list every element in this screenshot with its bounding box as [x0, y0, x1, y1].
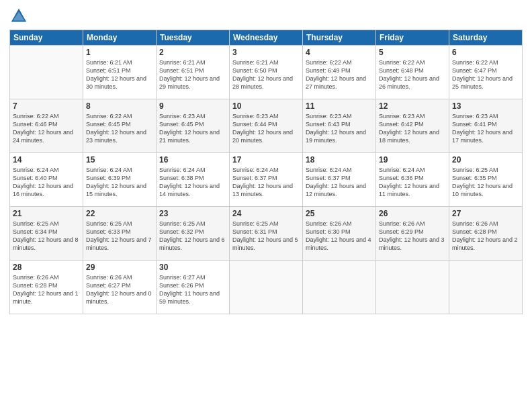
sunrise-text: Sunrise: 6:21 AM: [232, 58, 300, 66]
weekday-header-wednesday: Wednesday: [230, 30, 303, 46]
day-info: Sunrise: 6:25 AMSunset: 6:31 PMDaylight:…: [232, 220, 300, 253]
sunrise-text: Sunrise: 6:26 AM: [379, 220, 446, 228]
sunrise-text: Sunrise: 6:22 AM: [306, 58, 373, 66]
day-number: 27: [452, 209, 519, 218]
day-number: 18: [306, 155, 373, 165]
sunrise-text: Sunrise: 6:25 AM: [13, 220, 80, 228]
daylight-text: Daylight: 12 hours and 4 minutes.: [306, 236, 373, 252]
day-info: Sunrise: 6:21 AMSunset: 6:50 PMDaylight:…: [232, 58, 300, 91]
calendar-cell: 3Sunrise: 6:21 AMSunset: 6:50 PMDaylight…: [230, 46, 303, 99]
calendar-cell: 20Sunrise: 6:25 AMSunset: 6:35 PMDayligh…: [449, 153, 523, 207]
day-info: Sunrise: 6:26 AMSunset: 6:28 PMDaylight:…: [13, 273, 80, 306]
calendar-cell: 29Sunrise: 6:26 AMSunset: 6:27 PMDayligh…: [83, 261, 157, 314]
day-info: Sunrise: 6:23 AMSunset: 6:41 PMDaylight:…: [452, 112, 519, 145]
calendar-cell: [10, 46, 83, 99]
calendar-cell: 21Sunrise: 6:25 AMSunset: 6:34 PMDayligh…: [10, 207, 83, 261]
sunrise-text: Sunrise: 6:24 AM: [13, 166, 80, 174]
weekday-header-monday: Monday: [83, 30, 157, 46]
daylight-text: Daylight: 12 hours and 23 minutes.: [86, 128, 153, 144]
day-number: 4: [306, 48, 373, 57]
calendar-cell: 17Sunrise: 6:24 AMSunset: 6:37 PMDayligh…: [230, 153, 303, 207]
sunset-text: Sunset: 6:47 PM: [452, 66, 519, 75]
sunset-text: Sunset: 6:37 PM: [306, 174, 373, 182]
sunrise-text: Sunrise: 6:23 AM: [306, 112, 373, 120]
calendar-cell: 9Sunrise: 6:23 AMSunset: 6:45 PMDaylight…: [157, 99, 230, 153]
day-number: 9: [159, 101, 226, 111]
day-number: 14: [13, 155, 80, 165]
sunrise-text: Sunrise: 6:25 AM: [86, 220, 153, 228]
sunrise-text: Sunrise: 6:26 AM: [452, 220, 519, 228]
calendar-cell: 24Sunrise: 6:25 AMSunset: 6:31 PMDayligh…: [230, 207, 303, 261]
day-number: 6: [452, 48, 519, 57]
day-info: Sunrise: 6:22 AMSunset: 6:49 PMDaylight:…: [306, 58, 373, 91]
day-number: 12: [379, 101, 446, 111]
calendar-table: SundayMondayTuesdayWednesdayThursdayFrid…: [9, 30, 523, 314]
sunset-text: Sunset: 6:31 PM: [232, 228, 300, 236]
daylight-text: Daylight: 12 hours and 15 minutes.: [86, 182, 153, 198]
sunset-text: Sunset: 6:28 PM: [452, 228, 519, 236]
day-info: Sunrise: 6:26 AMSunset: 6:27 PMDaylight:…: [86, 273, 153, 306]
day-number: 28: [13, 263, 80, 272]
day-number: 16: [159, 155, 226, 165]
weekday-header-row: SundayMondayTuesdayWednesdayThursdayFrid…: [10, 30, 523, 46]
sunrise-text: Sunrise: 6:22 AM: [452, 58, 519, 66]
sunset-text: Sunset: 6:46 PM: [13, 120, 80, 128]
daylight-text: Daylight: 12 hours and 6 minutes.: [159, 236, 226, 252]
calendar-cell: [449, 261, 523, 314]
day-number: 21: [13, 209, 80, 218]
day-info: Sunrise: 6:25 AMSunset: 6:32 PMDaylight:…: [159, 220, 226, 253]
calendar-cell: 18Sunrise: 6:24 AMSunset: 6:37 PMDayligh…: [303, 153, 376, 207]
weekday-header-saturday: Saturday: [449, 30, 523, 46]
day-number: 29: [86, 263, 153, 272]
daylight-text: Daylight: 12 hours and 5 minutes.: [232, 236, 300, 252]
daylight-text: Daylight: 12 hours and 7 minutes.: [86, 236, 153, 252]
sunset-text: Sunset: 6:43 PM: [306, 120, 373, 128]
sunset-text: Sunset: 6:48 PM: [379, 66, 446, 75]
calendar-cell: 27Sunrise: 6:26 AMSunset: 6:28 PMDayligh…: [449, 207, 523, 261]
calendar-week-row: 14Sunrise: 6:24 AMSunset: 6:40 PMDayligh…: [10, 153, 523, 207]
sunset-text: Sunset: 6:34 PM: [13, 228, 80, 236]
sunset-text: Sunset: 6:26 PM: [159, 281, 226, 289]
calendar-cell: 25Sunrise: 6:26 AMSunset: 6:30 PMDayligh…: [303, 207, 376, 261]
sunset-text: Sunset: 6:44 PM: [232, 120, 300, 128]
sunrise-text: Sunrise: 6:21 AM: [159, 58, 226, 66]
daylight-text: Daylight: 11 hours and 59 minutes.: [159, 289, 226, 306]
sunrise-text: Sunrise: 6:25 AM: [159, 220, 226, 228]
day-info: Sunrise: 6:25 AMSunset: 6:34 PMDaylight:…: [13, 220, 80, 253]
sunset-text: Sunset: 6:36 PM: [379, 174, 446, 182]
sunrise-text: Sunrise: 6:24 AM: [232, 166, 300, 174]
calendar-cell: 7Sunrise: 6:22 AMSunset: 6:46 PMDaylight…: [10, 99, 83, 153]
sunrise-text: Sunrise: 6:25 AM: [232, 220, 300, 228]
day-number: 15: [86, 155, 153, 165]
day-number: 13: [452, 101, 519, 111]
calendar-cell: [303, 261, 376, 314]
logo: [9, 7, 30, 26]
sunrise-text: Sunrise: 6:23 AM: [159, 112, 226, 120]
calendar-cell: [230, 261, 303, 314]
daylight-text: Daylight: 12 hours and 18 minutes.: [379, 128, 446, 144]
sunrise-text: Sunrise: 6:21 AM: [86, 58, 153, 66]
day-info: Sunrise: 6:26 AMSunset: 6:30 PMDaylight:…: [306, 220, 373, 253]
calendar-cell: 28Sunrise: 6:26 AMSunset: 6:28 PMDayligh…: [10, 261, 83, 314]
daylight-text: Daylight: 12 hours and 1 minute.: [13, 289, 80, 306]
calendar-cell: 30Sunrise: 6:27 AMSunset: 6:26 PMDayligh…: [157, 261, 230, 314]
daylight-text: Daylight: 12 hours and 17 minutes.: [452, 128, 519, 144]
day-info: Sunrise: 6:22 AMSunset: 6:48 PMDaylight:…: [379, 58, 446, 91]
sunset-text: Sunset: 6:41 PM: [452, 120, 519, 128]
day-number: 8: [86, 101, 153, 111]
sunset-text: Sunset: 6:45 PM: [86, 120, 153, 128]
weekday-header-thursday: Thursday: [303, 30, 376, 46]
daylight-text: Daylight: 12 hours and 11 minutes.: [379, 182, 446, 198]
day-number: 11: [306, 101, 373, 111]
daylight-text: Daylight: 12 hours and 2 minutes.: [452, 236, 519, 252]
daylight-text: Daylight: 12 hours and 28 minutes.: [232, 75, 300, 91]
sunset-text: Sunset: 6:35 PM: [452, 174, 519, 182]
page-header: [9, 7, 523, 26]
sunset-text: Sunset: 6:51 PM: [86, 66, 153, 75]
daylight-text: Daylight: 12 hours and 8 minutes.: [13, 236, 80, 252]
sunrise-text: Sunrise: 6:22 AM: [86, 112, 153, 120]
calendar-cell: 26Sunrise: 6:26 AMSunset: 6:29 PMDayligh…: [376, 207, 449, 261]
day-info: Sunrise: 6:22 AMSunset: 6:46 PMDaylight:…: [13, 112, 80, 145]
day-info: Sunrise: 6:26 AMSunset: 6:28 PMDaylight:…: [452, 220, 519, 253]
sunset-text: Sunset: 6:33 PM: [86, 228, 153, 236]
